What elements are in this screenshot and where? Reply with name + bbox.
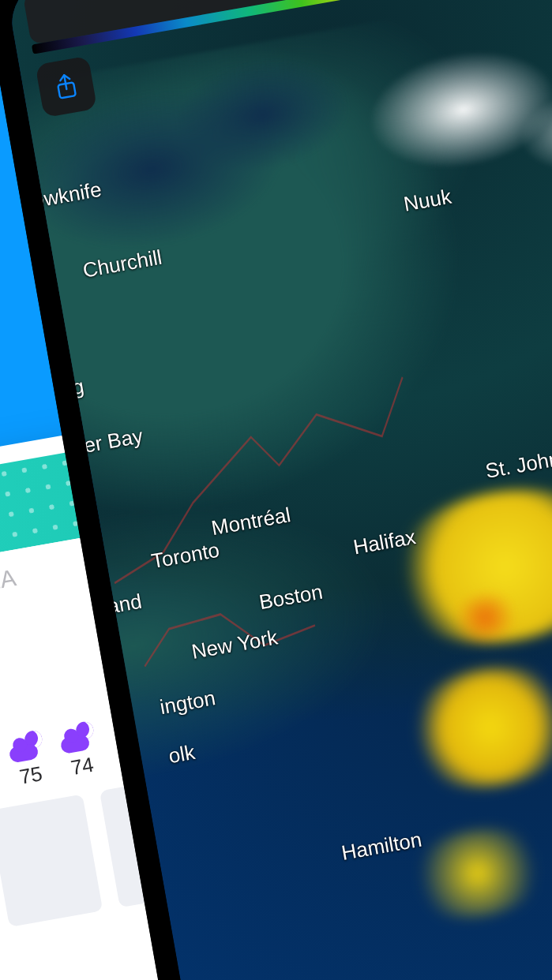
hourly-item: 74 <box>58 720 102 782</box>
svg-rect-0 <box>58 82 76 98</box>
city-label: eg <box>59 374 86 402</box>
share-icon <box>52 72 80 103</box>
time-label: 2A <box>0 564 18 596</box>
hourly-strip: 75 74 <box>6 720 102 791</box>
partly-cloudy-night-icon <box>58 720 97 754</box>
city-label: olk <box>167 740 197 769</box>
share-button[interactable] <box>35 56 97 118</box>
promo-scene: 2A 75 74 <box>0 0 552 980</box>
hourly-item: 75 <box>6 729 51 791</box>
partly-cloudy-night-icon <box>6 729 46 763</box>
